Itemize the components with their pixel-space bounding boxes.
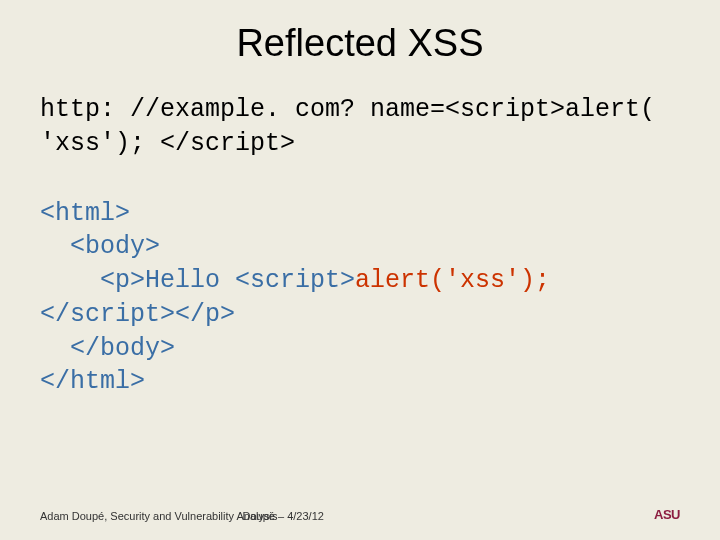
slide-title: Reflected XSS xyxy=(40,22,680,65)
html-close-tag: </html> xyxy=(40,367,145,396)
body-close-tag: </body> xyxy=(40,334,175,363)
url-code-block: http: //example. com? name=<script>alert… xyxy=(40,93,680,161)
footer-meta: Doupé – 4/23/12 xyxy=(243,510,324,522)
footer-logo: ASU xyxy=(654,507,680,522)
url-line-1: http: //example. com? name=<script>alert… xyxy=(40,95,655,124)
html-open-tag: <html> xyxy=(40,199,130,228)
html-code-block: <html> <body> <p>Hello <script>alert('xs… xyxy=(40,197,680,400)
url-line-2: 'xss'); </script> xyxy=(40,129,295,158)
footer: Adam Doupé, Security and Vulnerability A… xyxy=(40,510,680,522)
script-open-tag: <script> xyxy=(235,266,355,295)
script-close-tag: </script> xyxy=(40,300,175,329)
p-open-prefix: <p>Hello xyxy=(40,266,235,295)
alert-call: alert('xss'); xyxy=(355,266,550,295)
footer-author: Adam Doupé, Security and Vulnerability A… xyxy=(40,510,277,522)
body-open-tag: <body> xyxy=(40,232,160,261)
asu-logo-text: ASU xyxy=(654,507,680,522)
slide: Reflected XSS http: //example. com? name… xyxy=(0,0,720,540)
p-close-tag: </p> xyxy=(175,300,235,329)
